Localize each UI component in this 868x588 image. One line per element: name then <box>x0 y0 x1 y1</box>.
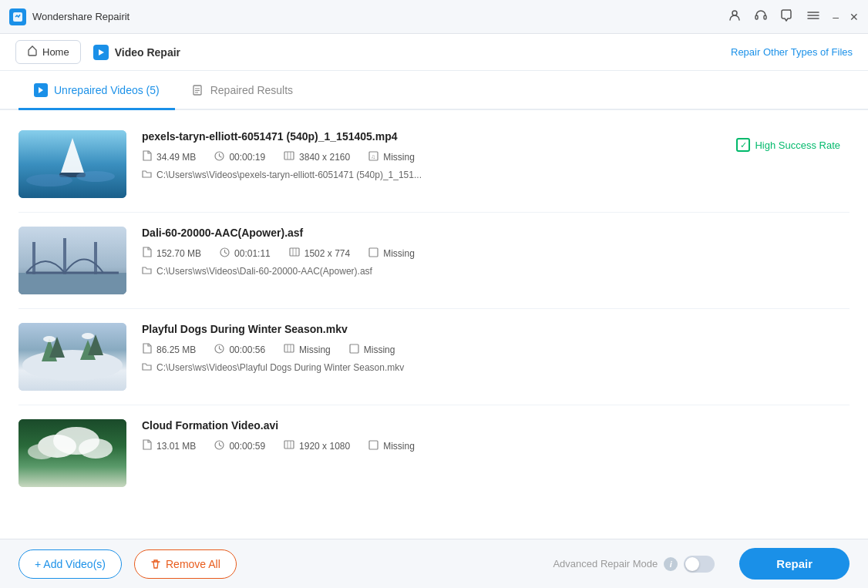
video-thumbnail <box>19 130 126 198</box>
video-meta: 86.25 MB 00:00:56 <box>142 343 849 356</box>
account-icon[interactable] <box>728 8 742 25</box>
folder-icon <box>142 170 152 180</box>
video-item: pexels-taryn-elliott-6051471 (540p)_1_15… <box>19 116 849 213</box>
toggle-knob <box>685 557 699 571</box>
meta-resolution: 1920 x 1080 <box>284 440 350 452</box>
svg-rect-2 <box>755 15 758 19</box>
audio-icon: ♫ <box>368 151 378 163</box>
app-logo: Wondershare Repairit <box>9 8 130 25</box>
size-value: 13.01 MB <box>156 441 196 452</box>
meta-duration: 00:01:11 <box>220 247 271 260</box>
advanced-mode-label: Advanced Repair Mode <box>553 558 658 570</box>
advanced-mode-toggle[interactable] <box>684 556 715 573</box>
video-thumbnail <box>19 419 126 487</box>
video-meta: 152.70 MB 00:01:11 <box>142 247 849 260</box>
headphone-icon[interactable] <box>754 8 768 25</box>
audio-value: Missing <box>383 248 415 259</box>
video-list: pexels-taryn-elliott-6051471 (540p)_1_15… <box>0 110 868 539</box>
home-nav-button[interactable]: Home <box>15 40 81 64</box>
video-title: Cloud Formation Video.avi <box>142 419 849 432</box>
audio-icon <box>349 344 359 356</box>
tab-repaired-icon <box>190 83 204 97</box>
file-icon <box>142 247 152 260</box>
trash-icon <box>150 559 161 570</box>
file-icon <box>142 150 152 163</box>
titlebar-icons <box>728 8 820 25</box>
tab-unrepaired[interactable]: Unrepaired Videos (5) <box>19 71 175 110</box>
video-info: Dali-60-20000-AAC(Apower).asf 152.70 MB <box>142 227 849 277</box>
video-thumbnail <box>19 227 126 294</box>
video-info: Cloud Formation Video.avi 13.01 MB <box>142 419 849 459</box>
video-title: Playful Dogs During Winter Season.mkv <box>142 323 849 335</box>
svg-rect-31 <box>290 248 299 256</box>
audio-value: Missing <box>383 441 415 452</box>
video-repair-icon <box>93 45 109 60</box>
duration-value: 00:00:56 <box>229 344 265 355</box>
svg-marker-8 <box>39 87 43 93</box>
tab-unrepaired-label: Unrepaired Videos (5) <box>54 84 160 96</box>
svg-point-42 <box>82 333 94 339</box>
bottom-bar: + Add Video(s) Remove All Advanced Repai… <box>0 539 868 588</box>
repair-button[interactable]: Repair <box>739 548 849 580</box>
svg-point-36 <box>22 350 123 381</box>
video-meta: 13.01 MB 00:00:59 <box>142 439 849 452</box>
svg-point-41 <box>43 336 56 342</box>
audio-value: Missing <box>364 344 395 355</box>
meta-duration: 00:00:59 <box>214 440 265 452</box>
folder-icon <box>142 362 152 373</box>
audio-icon <box>368 247 378 260</box>
svg-text:♫: ♫ <box>371 153 375 160</box>
meta-audio: Missing <box>368 247 415 260</box>
svg-rect-57 <box>369 441 378 449</box>
menu-icon[interactable] <box>806 8 820 25</box>
meta-audio: ♫ Missing <box>368 151 415 163</box>
clock-icon <box>214 151 224 163</box>
tab-unrepaired-icon <box>34 83 48 97</box>
svg-rect-25 <box>19 273 126 294</box>
meta-resolution: 3840 x 2160 <box>284 151 350 163</box>
svg-rect-34 <box>369 248 378 257</box>
file-icon <box>142 439 152 452</box>
video-item: Cloud Formation Video.avi 13.01 MB <box>19 405 849 501</box>
add-video-button[interactable]: + Add Video(s) <box>19 549 122 579</box>
video-path: C:\Users\ws\Videos\Playful Dogs During W… <box>142 362 849 373</box>
meta-resolution: 1502 x 774 <box>289 247 350 259</box>
success-badge: ✓ High Success Rate <box>736 138 840 152</box>
svg-rect-44 <box>284 344 294 352</box>
audio-icon <box>368 440 378 452</box>
info-icon[interactable]: i <box>664 557 678 571</box>
path-value: C:\Users\ws\Videos\Dali-60-20000-AAC(Apo… <box>156 266 372 277</box>
chat-icon[interactable] <box>780 8 794 25</box>
size-value: 86.25 MB <box>156 344 196 355</box>
meta-duration: 00:00:56 <box>214 344 265 356</box>
svg-point-16 <box>26 174 72 186</box>
clock-icon <box>214 440 224 452</box>
advanced-mode-section: Advanced Repair Mode i <box>553 556 715 573</box>
minimize-button[interactable]: – <box>833 11 839 23</box>
navbar: Home Video Repair Repair Other Types of … <box>0 34 868 71</box>
tab-repaired[interactable]: Repaired Results <box>175 71 308 110</box>
resolution-icon <box>284 344 294 355</box>
svg-point-17 <box>76 171 115 182</box>
file-icon <box>142 343 152 356</box>
path-value: C:\Users\ws\Videos\pexels-taryn-elliott-… <box>156 170 422 180</box>
resolution-value: 1920 x 1080 <box>299 441 350 452</box>
duration-value: 00:01:11 <box>234 248 271 259</box>
video-path: C:\Users\ws\Videos\pexels-taryn-elliott-… <box>142 170 849 180</box>
window-controls: – ✕ <box>833 11 859 23</box>
size-value: 152.70 MB <box>156 248 201 259</box>
svg-marker-7 <box>99 49 104 55</box>
repair-other-link[interactable]: Repair Other Types of Files <box>731 46 853 58</box>
duration-value: 00:00:19 <box>229 152 265 163</box>
svg-point-51 <box>79 438 113 459</box>
remove-all-button[interactable]: Remove All <box>134 549 237 579</box>
close-button[interactable]: ✕ <box>849 11 859 23</box>
meta-size: 34.49 MB <box>142 150 196 163</box>
resolution-icon <box>284 440 294 452</box>
svg-rect-3 <box>764 15 766 19</box>
success-label: High Success Rate <box>755 139 840 151</box>
resolution-icon <box>284 151 294 163</box>
home-label: Home <box>42 46 69 58</box>
tab-bar: Unrepaired Videos (5) Repaired Results <box>0 71 868 110</box>
video-title: Dali-60-20000-AAC(Apower).asf <box>142 227 849 239</box>
